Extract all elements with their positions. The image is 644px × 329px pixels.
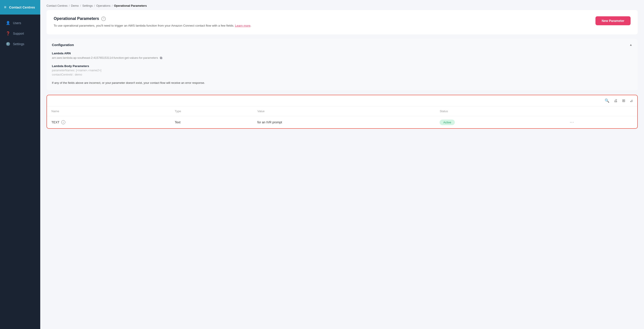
lambda-body-field: Lambda Body Parameters parameterNames: [… bbox=[52, 64, 632, 76]
sidebar-item-settings-label: Settings bbox=[13, 42, 24, 46]
table-header: Name Type Value Status bbox=[47, 106, 637, 116]
content-area: Operational Parameters ? To use operatio… bbox=[40, 10, 644, 135]
learn-more-link[interactable]: Learn more bbox=[235, 24, 250, 27]
lambda-arn-label: Lambda ARN bbox=[52, 52, 632, 55]
page-title-row: Operational Parameters ? bbox=[54, 16, 590, 21]
users-icon: 👤 bbox=[6, 21, 10, 25]
header-section: Operational Parameters ? To use operatio… bbox=[54, 16, 630, 28]
col-value: Value bbox=[253, 106, 435, 116]
sidebar-logo[interactable]: ≡ Contact Centres bbox=[0, 0, 40, 14]
sidebar-item-users-label: Users bbox=[13, 21, 21, 25]
sidebar-nav: 👤 Users ❓ Support ⚙️ Settings bbox=[0, 14, 40, 52]
row-info-icon[interactable]: i bbox=[61, 120, 65, 124]
configuration-section: Configuration ▲ Lambda ARN arn:aws:lambd… bbox=[46, 39, 638, 90]
new-parameter-button[interactable]: New Parameter bbox=[596, 16, 630, 25]
main-content: Contact Centres / Demo / Settings / Oper… bbox=[40, 0, 644, 329]
page-title: Operational Parameters bbox=[54, 16, 99, 21]
col-status: Status bbox=[435, 106, 565, 116]
configuration-title: Configuration bbox=[52, 43, 74, 47]
row-actions-cell: ··· bbox=[565, 116, 637, 128]
columns-icon[interactable]: ⊞ bbox=[622, 98, 625, 103]
help-icon[interactable]: ? bbox=[101, 16, 106, 21]
print-icon[interactable]: 🖨 bbox=[614, 99, 618, 103]
lambda-body-param2: contactCentreId : demo bbox=[52, 73, 632, 76]
logo-icon: ≡ bbox=[4, 5, 6, 9]
sidebar-item-settings[interactable]: ⚙️ Settings bbox=[2, 39, 38, 49]
search-icon[interactable]: 🔍 bbox=[605, 98, 609, 103]
breadcrumb-current: Operational Parameters bbox=[114, 4, 147, 7]
breadcrumb-operations[interactable]: Operations bbox=[96, 4, 110, 7]
sidebar-item-users[interactable]: 👤 Users bbox=[2, 18, 38, 28]
parameters-table: Name Type Value Status TEXT i bbox=[47, 106, 637, 128]
sidebar: ≡ Contact Centres 👤 Users ❓ Support ⚙️ S… bbox=[0, 0, 40, 329]
table-body: TEXT i Text for an IVR prompt Active ··· bbox=[47, 116, 637, 128]
header-left: Operational Parameters ? To use operatio… bbox=[54, 16, 590, 28]
page-description: To use operational parameters, you'll ne… bbox=[54, 23, 255, 28]
breadcrumb: Contact Centres / Demo / Settings / Oper… bbox=[40, 0, 644, 10]
sidebar-item-support-label: Support bbox=[13, 32, 24, 35]
breadcrumb-demo[interactable]: Demo bbox=[71, 4, 79, 7]
breadcrumb-contact-centres[interactable]: Contact Centres bbox=[46, 4, 68, 7]
table-section: 🔍 🖨 ⊞ ⊿ Name Type Value Status bbox=[46, 95, 638, 129]
row-status-cell: Active bbox=[435, 116, 565, 128]
status-badge: Active bbox=[440, 120, 454, 125]
lambda-arn-value: arn:aws:lambda:ap-southeast-2:4157651531… bbox=[52, 56, 632, 60]
breadcrumb-settings[interactable]: Settings bbox=[82, 4, 93, 7]
chevron-up-icon: ▲ bbox=[629, 43, 632, 46]
row-name-cell: TEXT i bbox=[47, 116, 170, 128]
support-icon: ❓ bbox=[6, 31, 10, 35]
lambda-arn-field: Lambda ARN arn:aws:lambda:ap-southeast-2… bbox=[52, 52, 632, 60]
configuration-note: If any of the fields above are incorrect… bbox=[52, 81, 632, 85]
lambda-body-param1: parameterNames: [<name>,<name2>] bbox=[52, 69, 632, 72]
col-type: Type bbox=[170, 106, 253, 116]
row-value-cell: for an IVR prompt bbox=[253, 116, 435, 128]
table-row: TEXT i Text for an IVR prompt Active ··· bbox=[47, 116, 637, 128]
table-toolbar: 🔍 🖨 ⊞ ⊿ bbox=[47, 95, 637, 106]
sidebar-item-support[interactable]: ❓ Support bbox=[2, 29, 38, 38]
lambda-body-label: Lambda Body Parameters bbox=[52, 64, 632, 68]
sidebar-logo-text: Contact Centres bbox=[9, 5, 35, 9]
col-name: Name bbox=[47, 106, 170, 116]
configuration-header[interactable]: Configuration ▲ bbox=[46, 39, 638, 51]
more-actions-button[interactable]: ··· bbox=[570, 120, 574, 124]
table-header-row: Name Type Value Status bbox=[47, 106, 637, 116]
header-card: Operational Parameters ? To use operatio… bbox=[46, 10, 638, 34]
configuration-body: Lambda ARN arn:aws:lambda:ap-southeast-2… bbox=[46, 51, 638, 90]
settings-icon: ⚙️ bbox=[6, 42, 10, 46]
copy-icon[interactable]: ⧉ bbox=[160, 56, 162, 60]
filter-icon[interactable]: ⊿ bbox=[630, 98, 633, 103]
col-actions bbox=[565, 106, 637, 116]
row-type-cell: Text bbox=[170, 116, 253, 128]
row-name-text: TEXT bbox=[52, 120, 60, 124]
